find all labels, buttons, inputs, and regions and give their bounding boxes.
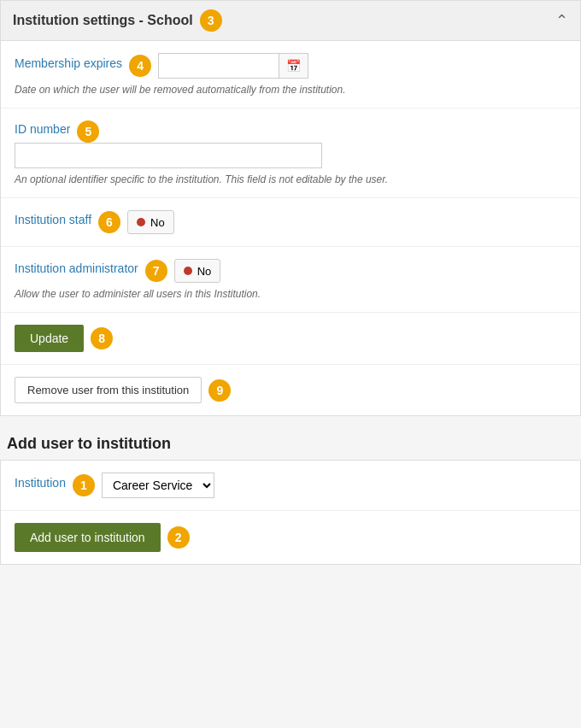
update-badge: 8 [91,327,113,349]
id-number-badge: 5 [77,120,99,143]
add-button-inline: Add user to institution 2 [15,523,566,552]
id-number-row: ID number 5 An optional identifier speci… [1,109,580,198]
panel-header: Institution settings - School 3 ⌃ [1,1,580,41]
staff-toggle-dot [137,218,145,226]
admin-toggle-dot [184,267,192,275]
id-number-hint: An optional identifier specific to the i… [15,173,566,185]
panel-title-row: Institution settings - School 3 [13,9,222,32]
admin-hint: Allow the user to administer all users i… [15,288,566,300]
staff-label-row: Institution staff 6 No [15,210,566,234]
add-user-section: Add user to institution Institution 1 Ca… [0,423,581,565]
add-user-to-institution-button[interactable]: Add user to institution [15,523,161,552]
membership-date-input-wrapper: 📅 [158,53,308,79]
id-label-row: ID number 5 [15,120,566,143]
membership-badge: 4 [129,55,151,77]
remove-badge: 9 [208,379,231,402]
institution-label-row: Institution 1 Career Service [15,473,566,498]
membership-expires-row: Membership expires 4 📅 Date on which the… [1,41,580,109]
id-number-input[interactable] [15,143,322,168]
calendar-icon[interactable]: 📅 [279,54,308,78]
remove-row: Remove user from this institution 9 [1,365,580,415]
update-button[interactable]: Update [15,325,84,352]
remove-button-row: Remove user from this institution 9 [15,377,566,403]
institution-select-badge: 1 [73,474,95,496]
add-button-row: Add user to institution 2 [1,511,580,564]
admin-toggle-label: No [197,265,212,278]
remove-user-button[interactable]: Remove user from this institution [15,377,202,403]
membership-label-row: Membership expires 4 📅 [15,53,566,79]
panel-title: Institution settings - School [13,13,193,28]
institution-staff-toggle[interactable]: No [127,210,174,234]
institution-staff-label: Institution staff [15,213,91,226]
institution-staff-badge: 6 [98,211,120,233]
panel-title-badge: 3 [200,9,222,32]
update-button-row: Update 8 [15,325,566,352]
institution-admin-label: Institution administrator [15,261,138,275]
add-user-panel: Institution 1 Career Service Add user to… [0,460,581,565]
institution-select-label: Institution [15,476,66,490]
staff-toggle-label: No [150,216,165,229]
membership-label: Membership expires [15,56,122,70]
panel-body: Membership expires 4 📅 Date on which the… [1,41,580,415]
institution-staff-row: Institution staff 6 No [1,198,580,247]
collapse-icon[interactable]: ⌃ [555,11,568,30]
update-row: Update 8 [1,313,580,365]
admin-label-row: Institution administrator 7 No [15,259,566,283]
add-button-badge: 2 [167,526,190,549]
institution-admin-toggle[interactable]: No [174,259,221,283]
institution-admin-badge: 7 [145,260,167,282]
membership-hint: Date on which the user will be removed a… [15,84,566,96]
institution-settings-panel: Institution settings - School 3 ⌃ Member… [0,0,581,416]
membership-date-input[interactable] [159,54,279,78]
institution-select[interactable]: Career Service [102,473,214,498]
add-section-title: Add user to institution [0,423,581,460]
institution-admin-row: Institution administrator 7 No Allow the… [1,247,580,313]
institution-select-row: Institution 1 Career Service [1,461,580,511]
id-number-label: ID number [15,122,70,136]
